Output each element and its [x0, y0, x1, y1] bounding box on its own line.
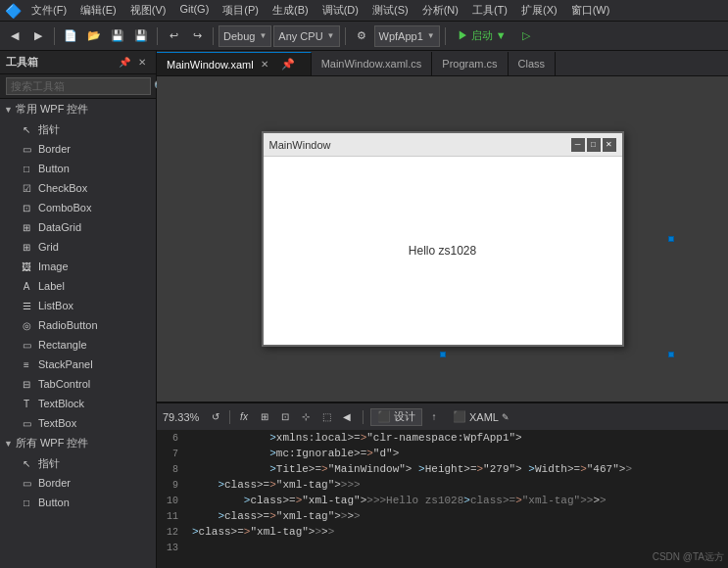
- line-number: 12: [157, 527, 184, 538]
- start-btn[interactable]: ▶ 启动 ▼: [451, 25, 513, 47]
- toolbox-item-指针[interactable]: ↖指针: [0, 453, 156, 473]
- up-arrow-btn[interactable]: ↑: [425, 408, 443, 426]
- toolbox-item-Button[interactable]: □Button: [0, 493, 156, 512]
- wpfapp-icon: ⚙: [351, 25, 372, 47]
- grid-btn[interactable]: ⊞: [256, 408, 273, 426]
- toolbox-section-1[interactable]: ▼所有 WPF 控件: [0, 433, 156, 453]
- toolbox-item-icon: □: [20, 496, 33, 509]
- menu-v[interactable]: 视图(V): [124, 1, 172, 20]
- toolbox-item-DataGrid[interactable]: ⊞DataGrid: [0, 217, 156, 237]
- tab-close[interactable]: ✕: [259, 59, 270, 70]
- menu-s[interactable]: 测试(S): [366, 1, 414, 20]
- fit-btn[interactable]: ⬚: [317, 408, 335, 426]
- cpu-config-dropdown[interactable]: Any CPU ▼: [273, 25, 339, 47]
- toolbox-item-Button[interactable]: □Button: [0, 159, 156, 178]
- line-number: 11: [157, 511, 184, 522]
- tab-mainwindow-xaml[interactable]: MainWindow.xaml✕📌: [157, 52, 312, 75]
- editor-line-10: 10 >class>=>"xml-tag">>>>Hello zs1028>cl…: [157, 493, 728, 508]
- menu-t[interactable]: 工具(T): [466, 1, 513, 20]
- toolbox-item-Image[interactable]: 🖼Image: [0, 257, 156, 276]
- debug-config-dropdown[interactable]: Debug ▼: [218, 25, 271, 47]
- line-number: 9: [157, 480, 184, 491]
- line-content[interactable]: >mc:Ignorable>=>"d">: [188, 448, 399, 459]
- menu-e[interactable]: 编辑(E): [74, 1, 122, 20]
- menu-f[interactable]: 文件(F): [25, 1, 73, 20]
- toolbox-item-CheckBox[interactable]: ☑CheckBox: [0, 178, 156, 198]
- selection-handle-bottom[interactable]: [440, 352, 446, 357]
- align-btn[interactable]: ⊹: [297, 408, 315, 426]
- toolbox-item-TextBlock[interactable]: TTextBlock: [0, 394, 156, 413]
- tab-class[interactable]: Class: [509, 52, 557, 75]
- code-editor[interactable]: 6 >xmlns:local>=>"clr-namespace:WpfApp1"…: [157, 430, 728, 568]
- menu-x[interactable]: 扩展(X): [515, 1, 563, 20]
- project-dropdown[interactable]: WpfApp1 ▼: [374, 25, 440, 47]
- toolbox-item-指针[interactable]: ↖指针: [0, 119, 156, 139]
- wpf-maximize: □: [587, 138, 601, 152]
- toolbox-item-icon: ▭: [20, 338, 33, 352]
- line-content[interactable]: >class>=>"xml-tag">>>>Hello zs1028>class…: [188, 495, 607, 506]
- line-content[interactable]: >xmlns:local>=>"clr-namespace:WpfApp1">: [188, 432, 522, 444]
- xaml-btn[interactable]: ⬛ XAML ✎: [446, 408, 516, 426]
- selection-handle-corner[interactable]: [668, 352, 674, 357]
- toolbox-item-ListBox[interactable]: ☰ListBox: [0, 296, 156, 315]
- main-layout: 工具箱 📌 ✕ 🔍 ▼常用 WPF 控件↖指针▭Border□Button☑Ch…: [0, 51, 728, 568]
- pin-icon[interactable]: 📌: [117, 55, 132, 71]
- line-content[interactable]: >class>=>"xml-tag">>>>: [188, 479, 361, 491]
- design-btn[interactable]: ⬛ 设计: [370, 408, 422, 426]
- tab-program-cs[interactable]: Program.cs: [432, 52, 508, 75]
- undo-btn[interactable]: ↩: [163, 25, 184, 47]
- toolbox-content: ▼常用 WPF 控件↖指针▭Border□Button☑CheckBox⊡Com…: [0, 99, 156, 568]
- toolbox-item-icon: ⊞: [20, 240, 33, 254]
- new-file-btn[interactable]: 📄: [60, 25, 81, 47]
- toolbox-item-TabControl[interactable]: ⊟TabControl: [0, 374, 156, 394]
- line-content[interactable]: >class>=>"xml-tag">>>>: [188, 526, 334, 538]
- wpf-minimize: ─: [571, 138, 585, 152]
- toolbox-item-icon: ⊡: [20, 201, 33, 214]
- menu-d[interactable]: 调试(D): [316, 1, 364, 20]
- menu-w[interactable]: 窗口(W): [565, 1, 616, 20]
- forward-btn[interactable]: ▶: [27, 25, 49, 47]
- menu-p[interactable]: 项目(P): [217, 1, 265, 20]
- toolbox-item-icon: ↖: [20, 456, 33, 470]
- toolbox-item-Label[interactable]: ALabel: [0, 276, 156, 296]
- snap-btn[interactable]: ⊡: [276, 408, 294, 426]
- toolbox-item-icon: ☰: [20, 299, 33, 312]
- save-btn[interactable]: 💾: [107, 25, 128, 47]
- save-all-btn[interactable]: 💾: [130, 25, 152, 47]
- menu-gitg[interactable]: Git(G): [173, 1, 215, 20]
- open-btn[interactable]: 📂: [83, 25, 105, 47]
- back-btn[interactable]: ◀: [4, 25, 25, 47]
- tab-pin[interactable]: 📌: [275, 58, 301, 71]
- selection-handle-right[interactable]: [668, 236, 674, 242]
- toolbox-item-Border[interactable]: ▭Border: [0, 139, 156, 159]
- line-content[interactable]: >Title>=>"MainWindow"> >Height>=>"279"> …: [188, 463, 632, 475]
- toolbox-item-TextBox[interactable]: ▭TextBox: [0, 413, 156, 433]
- toolbox-item-RadioButton[interactable]: ◎RadioButton: [0, 315, 156, 335]
- toolbox-item-icon: ↖: [20, 122, 33, 136]
- toolbox-item-icon: ☑: [20, 181, 33, 195]
- bottom-split: 79.33% ↺ fx ⊞ ⊡ ⊹ ⬚ ◀ ⬛ 设计 ↑ ⬛ XAML ✎: [157, 402, 728, 568]
- wpf-window-title: MainWindow: [269, 139, 331, 151]
- expand-btn[interactable]: ◀: [338, 408, 356, 426]
- toolbox-item-Rectangle[interactable]: ▭Rectangle: [0, 335, 156, 355]
- line-content[interactable]: >class>=>"xml-tag">>>>: [188, 510, 361, 522]
- toolbox-item-StackPanel[interactable]: ≡StackPanel: [0, 355, 156, 374]
- formula-btn[interactable]: fx: [235, 408, 253, 426]
- toolbox-section-0[interactable]: ▼常用 WPF 控件: [0, 99, 156, 119]
- run-btn[interactable]: ▷: [515, 25, 537, 47]
- tab-mainwindow-xaml-cs[interactable]: MainWindow.xaml.cs: [312, 52, 433, 75]
- toolbox-item-icon: ▭: [20, 476, 33, 490]
- toolbox-item-icon: ▭: [20, 416, 33, 430]
- toolbox-item-ComboBox[interactable]: ⊡ComboBox: [0, 198, 156, 217]
- menu-b[interactable]: 生成(B): [267, 1, 315, 20]
- search-input[interactable]: [6, 77, 151, 95]
- toolbox-item-Border[interactable]: ▭Border: [0, 473, 156, 493]
- wpf-close: ✕: [603, 138, 616, 152]
- refresh-btn[interactable]: ↺: [207, 408, 224, 426]
- close-icon[interactable]: ✕: [134, 55, 150, 71]
- redo-btn[interactable]: ↪: [186, 25, 208, 47]
- sep1: [54, 27, 55, 45]
- toolbox-item-Grid[interactable]: ⊞Grid: [0, 237, 156, 257]
- zoom-level: 79.33%: [163, 411, 204, 423]
- menu-n[interactable]: 分析(N): [416, 1, 464, 20]
